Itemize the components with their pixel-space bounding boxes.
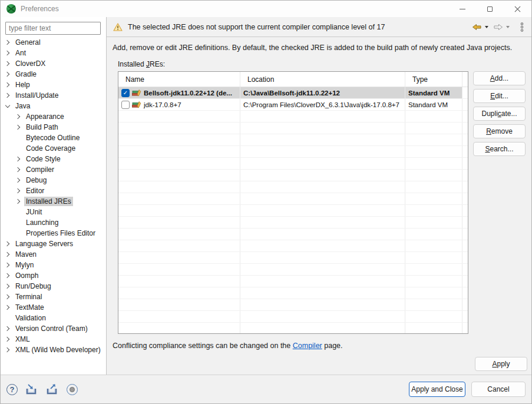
- apply-button[interactable]: Apply: [475, 357, 527, 371]
- tree-item[interactable]: XML: [1, 334, 106, 345]
- tree-item[interactable]: Language Servers: [1, 239, 106, 249]
- jre-action-button[interactable]: Search...: [473, 142, 526, 156]
- installed-jres-page: The selected JRE does not support the cu…: [107, 17, 531, 375]
- table-scrollbar-track[interactable]: [462, 72, 468, 87]
- jre-action-button[interactable]: Add...: [473, 71, 526, 85]
- chevron-icon[interactable]: [14, 229, 22, 237]
- compiler-link[interactable]: Compiler: [293, 342, 322, 350]
- window-controls: [448, 1, 531, 17]
- jre-action-button[interactable]: Remove: [473, 124, 526, 138]
- chevron-icon[interactable]: [14, 197, 22, 206]
- view-menu-icon[interactable]: [520, 22, 524, 32]
- chevron-icon[interactable]: [4, 38, 12, 47]
- forward-history-dropdown-icon[interactable]: [506, 26, 511, 28]
- column-header-name[interactable]: Name: [118, 72, 240, 87]
- chevron-icon[interactable]: [4, 293, 12, 301]
- chevron-icon[interactable]: [4, 250, 12, 259]
- tree-item[interactable]: Mylyn: [1, 260, 106, 270]
- close-button[interactable]: [504, 1, 531, 17]
- tree-item[interactable]: Validation: [1, 313, 106, 323]
- apply-and-close-button[interactable]: Apply and Close: [409, 382, 465, 397]
- tree-item[interactable]: Maven: [1, 249, 106, 260]
- export-preferences-icon[interactable]: [46, 383, 59, 395]
- chevron-icon[interactable]: [14, 208, 22, 216]
- chevron-icon[interactable]: [4, 335, 12, 343]
- tree-item[interactable]: General: [1, 37, 106, 48]
- tree-item[interactable]: JUnit: [1, 207, 106, 217]
- chevron-icon[interactable]: [14, 155, 22, 163]
- jre-table-empty-row: [118, 311, 468, 323]
- tree-item[interactable]: Compiler: [1, 164, 106, 175]
- back-arrow-icon[interactable]: [472, 23, 482, 31]
- jre-action-button[interactable]: Duplicate...: [473, 107, 526, 121]
- tree-item[interactable]: Editor: [1, 186, 106, 196]
- chevron-icon[interactable]: [4, 81, 12, 89]
- tree-item[interactable]: Code Style: [1, 154, 106, 164]
- chevron-icon[interactable]: [14, 144, 22, 153]
- filter-input[interactable]: [5, 22, 101, 35]
- tree-item[interactable]: Properties Files Editor: [1, 228, 106, 239]
- tree-item[interactable]: Java: [1, 101, 106, 111]
- table-scrollbar-track[interactable]: [462, 87, 468, 98]
- tree-item[interactable]: Appearance: [1, 111, 106, 122]
- column-header-location[interactable]: Location: [240, 72, 405, 87]
- tree-item[interactable]: Build Path: [1, 122, 106, 133]
- cancel-button[interactable]: Cancel: [471, 382, 526, 397]
- jre-table-empty-row: [118, 276, 468, 287]
- chevron-icon[interactable]: [14, 134, 22, 142]
- chevron-icon[interactable]: [4, 240, 12, 248]
- jre-default-checkbox[interactable]: [121, 101, 130, 109]
- chevron-icon[interactable]: [14, 176, 22, 184]
- tree-item[interactable]: Oomph: [1, 270, 106, 281]
- tree-item[interactable]: Version Control (Team): [1, 323, 106, 334]
- tree-item[interactable]: Debug: [1, 175, 106, 186]
- chevron-icon[interactable]: [4, 324, 12, 333]
- jre-table-empty-row: [118, 240, 468, 252]
- tree-item-label: Language Servers: [14, 239, 75, 249]
- tree-item[interactable]: Gradle: [1, 69, 106, 80]
- chevron-icon[interactable]: [4, 271, 12, 280]
- chevron-icon[interactable]: [4, 91, 12, 100]
- chevron-icon[interactable]: [14, 165, 22, 174]
- chevron-icon[interactable]: [4, 102, 12, 110]
- chevron-icon[interactable]: [4, 314, 12, 322]
- chevron-icon[interactable]: [4, 303, 12, 312]
- chevron-icon[interactable]: [4, 282, 12, 290]
- tree-item[interactable]: XML (Wild Web Developer): [1, 345, 106, 355]
- tree-item[interactable]: Code Coverage: [1, 143, 106, 154]
- back-history-dropdown-icon[interactable]: [485, 26, 490, 28]
- table-scrollbar-track[interactable]: [462, 99, 468, 110]
- chevron-icon[interactable]: [4, 261, 12, 269]
- tree-item[interactable]: Launching: [1, 217, 106, 228]
- tree-item[interactable]: Terminal: [1, 292, 106, 302]
- jre-table-empty-row: [118, 252, 468, 264]
- tree-item[interactable]: Help: [1, 80, 106, 90]
- chevron-icon[interactable]: [4, 49, 12, 57]
- chevron-icon[interactable]: [14, 123, 22, 131]
- tree-item[interactable]: Installed JREs: [1, 196, 106, 207]
- tree-item[interactable]: Run/Debug: [1, 281, 106, 292]
- import-preferences-icon[interactable]: [25, 383, 38, 395]
- tree-item[interactable]: CloverDX: [1, 58, 106, 69]
- tree-item[interactable]: TextMate: [1, 302, 106, 313]
- chevron-icon[interactable]: [14, 218, 22, 227]
- help-icon[interactable]: ?: [6, 384, 18, 395]
- chevron-icon[interactable]: [4, 59, 12, 68]
- jre-table-header: Name Location Type: [118, 72, 468, 87]
- chevron-icon[interactable]: [4, 70, 12, 78]
- tree-item[interactable]: Ant: [1, 48, 106, 58]
- record-preferences-icon[interactable]: [67, 384, 78, 395]
- chevron-icon[interactable]: [4, 346, 12, 354]
- jre-table-row[interactable]: jdk-17.0.8+7 C:\Program Files\CloverDX_6…: [118, 99, 468, 111]
- forward-arrow-icon[interactable]: [493, 23, 503, 31]
- minimize-button[interactable]: [448, 1, 476, 17]
- maximize-button[interactable]: [476, 1, 504, 17]
- chevron-icon[interactable]: [14, 187, 22, 195]
- jre-default-checkbox[interactable]: [121, 89, 130, 97]
- tree-item[interactable]: Install/Update: [1, 90, 106, 101]
- column-header-type[interactable]: Type: [405, 72, 462, 87]
- tree-item[interactable]: Bytecode Outline: [1, 133, 106, 143]
- chevron-icon[interactable]: [14, 112, 22, 121]
- jre-table-row[interactable]: Bellsoft-jdk11.0.22+12 (de... C:\Java\Be…: [118, 87, 468, 99]
- jre-action-button[interactable]: Edit...: [473, 89, 526, 103]
